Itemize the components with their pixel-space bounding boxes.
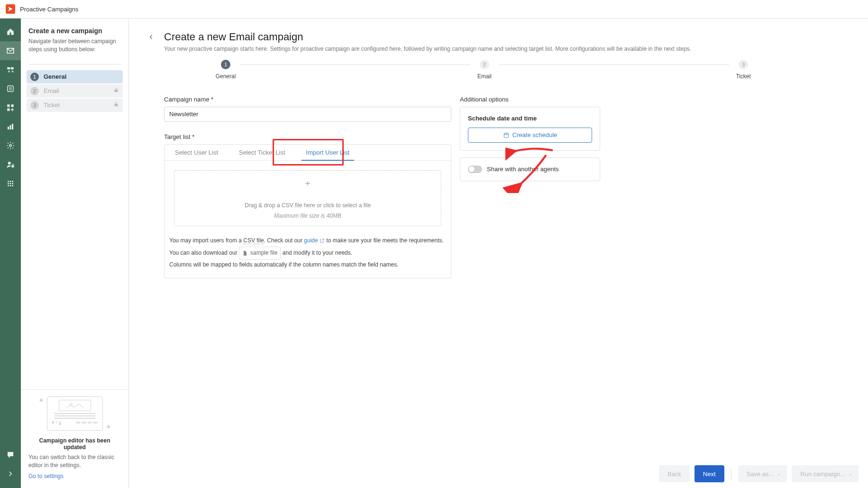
header-bar: Proactive Campaigns	[0, 0, 868, 18]
app-logo-icon	[6, 4, 15, 14]
app-title: Proactive Campaigns	[20, 6, 79, 13]
